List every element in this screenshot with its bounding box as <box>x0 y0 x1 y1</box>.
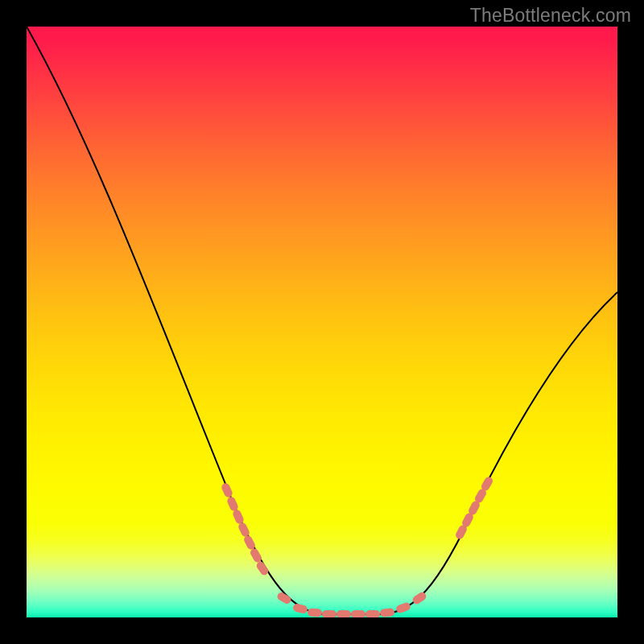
bottleneck-curve <box>27 27 617 614</box>
marker-layer <box>221 476 494 617</box>
curve-marker <box>226 496 239 513</box>
curve-marker <box>232 509 245 526</box>
curve-marker <box>221 482 233 499</box>
curve-marker <box>322 610 336 617</box>
curve-marker <box>380 608 395 617</box>
curve-marker <box>308 608 323 617</box>
curve-marker <box>255 560 270 577</box>
curve-marker <box>411 591 428 605</box>
plot-area <box>27 27 617 617</box>
watermark-text: TheBottleneck.com <box>470 5 631 27</box>
curve-marker <box>336 610 351 617</box>
curve-marker <box>395 601 411 614</box>
chart-frame: TheBottleneck.com <box>0 0 644 644</box>
curve-marker <box>351 610 365 617</box>
curve-layer <box>27 27 617 617</box>
curve-marker <box>365 610 380 617</box>
curve-marker <box>292 603 308 614</box>
